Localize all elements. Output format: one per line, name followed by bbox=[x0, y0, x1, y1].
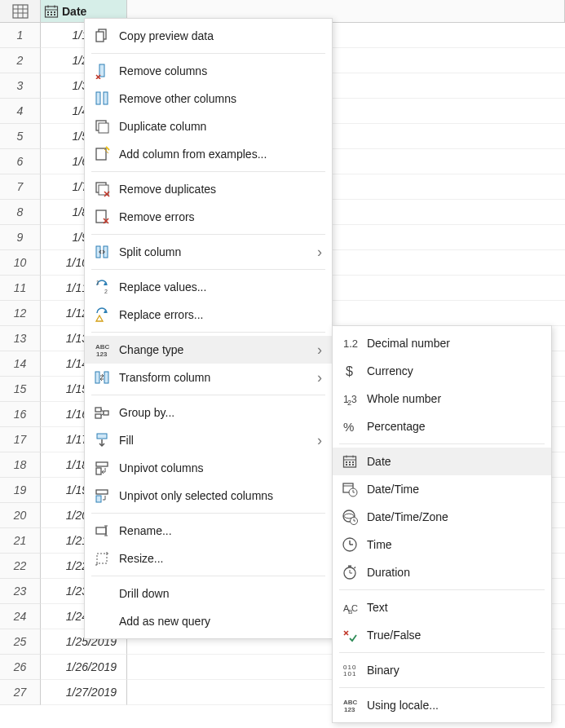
menu-item-item27[interactable]: Add as new query bbox=[85, 607, 332, 635]
svg-line-89 bbox=[355, 567, 356, 569]
menu-item-duration[interactable]: Duration bbox=[333, 558, 551, 586]
table-icon bbox=[12, 4, 29, 19]
svg-rect-9 bbox=[47, 11, 49, 13]
menu-item-item26[interactable]: Drill down bbox=[85, 580, 332, 607]
menu-item-label: Remove errors bbox=[119, 210, 322, 223]
svg-text:3: 3 bbox=[351, 394, 357, 405]
menu-item-rm-dup[interactable]: Remove duplicates bbox=[85, 175, 332, 203]
row-number[interactable]: 5 bbox=[0, 124, 41, 149]
row-number[interactable]: 6 bbox=[0, 149, 41, 174]
row-number[interactable]: 1 bbox=[0, 23, 41, 48]
svg-rect-48 bbox=[96, 462, 108, 466]
row-number[interactable]: 7 bbox=[0, 174, 41, 200]
row-number[interactable]: 16 bbox=[0, 402, 41, 427]
menu-item-unpivot-sel[interactable]: Unpivot only selected columns bbox=[85, 482, 332, 510]
menu-item-rm-other[interactable]: Remove other columns bbox=[85, 85, 332, 113]
menu-item-text[interactable]: ABCText bbox=[333, 593, 551, 621]
rm-col-icon bbox=[94, 63, 110, 79]
date-cell[interactable]: 1/26/2019 bbox=[41, 655, 127, 680]
menu-item-dup-col[interactable]: Duplicate column bbox=[85, 113, 332, 140]
menu-item-resize[interactable]: Resize... bbox=[85, 545, 332, 572]
decimal-icon: 1.2 bbox=[342, 335, 358, 351]
row-number[interactable]: 24 bbox=[0, 604, 41, 629]
menu-item-datetime[interactable]: Date/Time bbox=[333, 475, 551, 503]
row-number[interactable]: 12 bbox=[0, 301, 41, 326]
svg-text:123: 123 bbox=[344, 706, 355, 713]
row-number[interactable]: 13 bbox=[0, 326, 41, 351]
row-number[interactable]: 8 bbox=[0, 200, 41, 225]
row-number[interactable]: 27 bbox=[0, 680, 41, 705]
svg-text:$: $ bbox=[346, 364, 353, 378]
svg-rect-21 bbox=[104, 92, 108, 104]
calendar-icon bbox=[44, 4, 59, 19]
row-number[interactable]: 2 bbox=[0, 48, 41, 73]
menu-item-label: Unpivot only selected columns bbox=[119, 489, 322, 502]
menu-item-fill[interactable]: Fill› bbox=[85, 426, 332, 454]
row-number[interactable]: 3 bbox=[0, 73, 41, 99]
menu-item-date[interactable]: Date bbox=[333, 448, 551, 475]
menu-item-add-example[interactable]: Add column from examples... bbox=[85, 140, 332, 168]
row-number[interactable]: 23 bbox=[0, 579, 41, 604]
menu-item-time[interactable]: Time bbox=[333, 531, 551, 558]
row-number[interactable]: 19 bbox=[0, 478, 41, 503]
menu-item-dtz[interactable]: Date/Time/Zone bbox=[333, 503, 551, 531]
menu-item-label: Replace values... bbox=[119, 280, 322, 293]
menu-item-transform[interactable]: Transform column› bbox=[85, 364, 332, 391]
menu-item-percent[interactable]: %Percentage bbox=[333, 413, 551, 440]
svg-rect-0 bbox=[13, 5, 28, 18]
svg-text:101: 101 bbox=[343, 670, 356, 677]
row-number[interactable]: 20 bbox=[0, 503, 41, 528]
locale-icon: ABC123 bbox=[342, 697, 358, 713]
truefalse-icon-wrap bbox=[341, 626, 359, 644]
rm-dup-icon bbox=[94, 181, 110, 197]
time-icon-wrap bbox=[341, 536, 359, 554]
row-number[interactable]: 26 bbox=[0, 655, 41, 680]
menu-item-rm-err[interactable]: Remove errors bbox=[85, 203, 332, 231]
menu-item-label: Drill down bbox=[119, 587, 322, 600]
row-number[interactable]: 22 bbox=[0, 554, 41, 579]
row-number[interactable]: 15 bbox=[0, 377, 41, 402]
svg-text:1.2: 1.2 bbox=[343, 338, 358, 350]
row-number[interactable]: 9 bbox=[0, 225, 41, 250]
menu-item-change-type[interactable]: ABC123Change type› bbox=[85, 336, 332, 364]
menu-item-label: Rename... bbox=[119, 524, 322, 537]
row-number[interactable]: 25 bbox=[0, 629, 41, 655]
rm-other-icon-wrap bbox=[93, 90, 111, 108]
row-number[interactable]: 4 bbox=[0, 99, 41, 124]
menu-item-rename[interactable]: Rename... bbox=[85, 517, 332, 545]
percent-icon-wrap: % bbox=[341, 417, 359, 435]
menu-item-rm-col[interactable]: Remove columns bbox=[85, 57, 332, 85]
row-number[interactable]: 10 bbox=[0, 250, 41, 276]
datetime-icon bbox=[342, 481, 358, 497]
row-number[interactable]: 14 bbox=[0, 351, 41, 377]
binary-icon-wrap: 010101 bbox=[341, 661, 359, 679]
menu-item-copy[interactable]: Copy preview data bbox=[85, 22, 332, 50]
menu-item-label: Replace errors... bbox=[119, 308, 322, 321]
menu-item-locale[interactable]: ABC123Using locale... bbox=[333, 691, 551, 719]
date-icon-wrap bbox=[341, 452, 359, 470]
row-number[interactable]: 21 bbox=[0, 528, 41, 554]
date-cell[interactable]: 1/27/2019 bbox=[41, 680, 127, 705]
menu-item-groupby[interactable]: Group by... bbox=[85, 399, 332, 426]
replace-err-icon bbox=[94, 307, 110, 323]
svg-rect-70 bbox=[349, 464, 351, 465]
menu-item-replace-err[interactable]: Replace errors... bbox=[85, 301, 332, 329]
menu-item-truefalse[interactable]: True/False bbox=[333, 621, 551, 649]
menu-item-currency[interactable]: $Currency bbox=[333, 357, 551, 385]
svg-rect-16 bbox=[96, 32, 104, 42]
row-number[interactable]: 11 bbox=[0, 276, 41, 301]
menu-item-label: Remove duplicates bbox=[119, 183, 322, 196]
menu-item-decimal[interactable]: 1.2Decimal number bbox=[333, 329, 551, 357]
menu-item-split[interactable]: Split column› bbox=[85, 238, 332, 266]
row-number[interactable]: 17 bbox=[0, 427, 41, 452]
row-number[interactable]: 18 bbox=[0, 452, 41, 478]
menu-item-whole[interactable]: 123Whole number bbox=[333, 385, 551, 413]
svg-rect-11 bbox=[54, 11, 55, 13]
menu-item-binary[interactable]: 010101Binary bbox=[333, 656, 551, 684]
fill-icon-wrap bbox=[93, 431, 111, 449]
menu-item-replace-val[interactable]: 12Replace values... bbox=[85, 273, 332, 301]
menu-item-unpivot[interactable]: Unpivot columns bbox=[85, 454, 332, 482]
menu-item-label: Resize... bbox=[119, 552, 322, 565]
table-corner-header[interactable] bbox=[0, 0, 41, 23]
svg-text:%: % bbox=[343, 420, 354, 434]
